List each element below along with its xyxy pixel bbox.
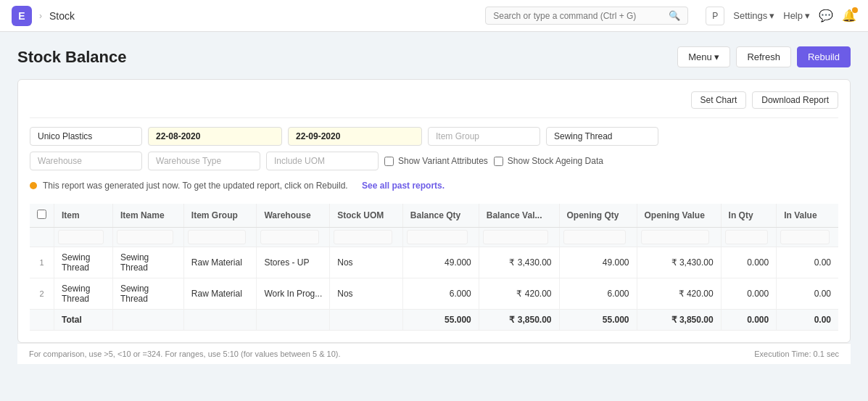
filter-cell-item-name[interactable] [117,230,173,244]
search-input[interactable] [493,11,664,21]
cell-in-value: 0.00 [777,247,838,278]
refresh-button[interactable]: Refresh [736,46,791,67]
col-in-qty: In Qty [721,204,777,228]
navbar-right: P Settings ▾ Help ▾ 💬 🔔 [706,7,856,25]
cell-stock-uom: Nos [330,278,403,310]
app-icon: E [12,6,32,26]
cell-in-value: 0.00 [777,278,838,310]
rebuild-button[interactable]: Rebuild [797,46,851,67]
see-all-reports-link[interactable]: See all past reports. [362,181,445,191]
col-checkbox [30,204,54,228]
col-item: Item [54,204,113,228]
company-filter[interactable] [30,127,142,146]
cell-warehouse: Work In Prog... [257,278,330,310]
report-toolbar: Set Chart Download Report [30,91,838,118]
total-row: Total 55.000 ₹ 3,850.00 55.000 ₹ 3,850.0… [30,310,838,331]
page-header: Stock Balance Menu ▾ Refresh Rebuild [17,46,851,67]
col-balance-qty: Balance Qty [402,204,479,228]
show-ageing-label: Show Stock Ageing Data [508,156,603,166]
header-actions: Menu ▾ Refresh Rebuild [677,46,851,67]
warehouse-filter[interactable] [30,152,142,170]
cell-item: Sewing Thread [54,247,113,278]
table-filter-row [30,228,838,247]
warehouse-type-filter[interactable] [148,152,260,170]
main-content: Stock Balance Menu ▾ Refresh Rebuild Set… [0,32,868,379]
cell-balance-val: ₹ 3,430.00 [479,247,559,278]
include-uom-filter[interactable] [266,152,379,170]
total-opening-qty: 55.000 [559,310,637,331]
total-opening-value: ₹ 3,850.00 [637,310,721,331]
col-warehouse: Warehouse [257,204,330,228]
filter-cell-balance-qty[interactable] [407,230,468,244]
cell-item: Sewing Thread [54,278,113,310]
filter-cell-in-qty[interactable] [725,230,768,244]
filter-row-2: Show Variant Attributes Show Stock Agein… [30,152,838,170]
breadcrumb-chevron: › [39,11,42,21]
show-variant-group: Show Variant Attributes [384,156,488,166]
select-all-checkbox[interactable] [37,210,46,219]
col-stock-uom: Stock UOM [330,204,403,228]
col-item-name: Item Name [112,204,183,228]
cell-item-name: Sewing Thread [112,278,183,310]
global-search[interactable]: 🔍 [485,7,688,25]
cell-item-name: Sewing Thread [112,247,183,278]
report-alert: This report was generated just now. To g… [30,176,838,195]
filter-cell-balance-val[interactable] [483,230,548,244]
settings-menu[interactable]: Settings ▾ [733,10,774,21]
report-card: Set Chart Download Report Show Variant A… [17,79,851,343]
bell-icon[interactable]: 🔔 [842,9,856,22]
col-balance-val: Balance Val... [479,204,559,228]
alert-message: This report was generated just now. To g… [43,181,348,191]
notification-badge [852,7,858,13]
row-index: 2 [30,278,54,310]
filter-cell-stock-uom[interactable] [334,230,392,244]
total-balance-qty: 55.000 [402,310,479,331]
date-from-filter[interactable] [148,127,282,146]
footer-bar: For comparison, use >5, <10 or =324. For… [17,343,851,364]
col-in-value: In Value [777,204,838,228]
item-name-filter[interactable] [546,127,658,146]
profile-button[interactable]: P [706,7,724,25]
cell-opening-qty: 6.000 [559,278,637,310]
table-wrapper: Item Item Name Item Group Warehouse Stoc… [30,204,838,331]
download-report-button[interactable]: Download Report [752,91,838,109]
total-in-qty: 0.000 [721,310,777,331]
show-ageing-checkbox[interactable] [494,157,503,166]
cell-balance-qty: 49.000 [402,247,479,278]
table-footer: Total 55.000 ₹ 3,850.00 55.000 ₹ 3,850.0… [30,310,838,331]
table-body: 1 Sewing Thread Sewing Thread Raw Materi… [30,247,838,310]
show-variant-checkbox[interactable] [384,157,394,166]
search-icon: 🔍 [669,10,680,21]
set-chart-button[interactable]: Set Chart [691,91,747,109]
cell-warehouse: Stores - UP [257,247,330,278]
filter-cell-in-value[interactable] [780,230,829,244]
menu-button[interactable]: Menu ▾ [677,46,730,67]
col-item-group: Item Group [183,204,257,228]
cell-in-qty: 0.000 [721,247,777,278]
cell-balance-qty: 6.000 [402,278,479,310]
col-opening-qty: Opening Qty [559,204,637,228]
filter-cell-opening-qty[interactable] [563,230,626,244]
row-index: 1 [30,247,54,278]
cell-item-group: Raw Material [183,278,257,310]
total-balance-val: ₹ 3,850.00 [479,310,559,331]
filter-cell-warehouse[interactable] [260,230,319,244]
show-variant-label: Show Variant Attributes [398,156,488,166]
filter-cell-item-group[interactable] [188,230,247,244]
filter-cell-item[interactable] [58,230,104,244]
table-row: 1 Sewing Thread Sewing Thread Raw Materi… [30,247,838,278]
filter-row-1 [30,127,838,146]
notifications-icon[interactable]: 💬 [819,9,833,22]
table-row: 2 Sewing Thread Sewing Thread Raw Materi… [30,278,838,310]
stock-balance-table: Item Item Name Item Group Warehouse Stoc… [30,204,838,331]
filter-cell-opening-value[interactable] [641,230,710,244]
cell-opening-qty: 49.000 [559,247,637,278]
breadcrumb-stock: Stock [49,10,75,22]
help-menu[interactable]: Help ▾ [783,10,810,21]
navbar: E › Stock 🔍 P Settings ▾ Help ▾ 💬 🔔 [0,0,868,32]
alert-dot [30,182,37,189]
item-group-filter[interactable] [428,127,540,146]
date-to-filter[interactable] [288,127,422,146]
show-ageing-group: Show Stock Ageing Data [494,156,603,166]
cell-item-group: Raw Material [183,247,257,278]
